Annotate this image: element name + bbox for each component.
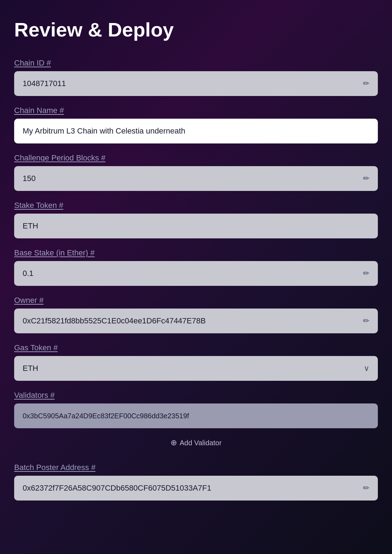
page-title: Review & Deploy (14, 18, 378, 41)
gas-token-label[interactable]: Gas Token # (14, 343, 58, 352)
gas-token-dropdown[interactable]: ETH ∨ (14, 356, 378, 381)
owner-section: Owner # 0xC21f5821fd8bb5525C1E0c04ee1D6F… (14, 296, 378, 333)
add-icon: ⊕ (171, 438, 177, 447)
chain-name-value: My Arbitrum L3 Chain with Celestia under… (23, 126, 369, 136)
validator-item: 0x3bC5905Aa7a24D9Ec83f2EF00Cc986dd3e2351… (14, 403, 378, 428)
chain-name-label[interactable]: Chain Name # (14, 106, 64, 115)
challenge-period-section: Challenge Period Blocks # 150 ✏ (14, 153, 378, 191)
batch-poster-section: Batch Poster Address # 0x62372f7F26A58C9… (14, 463, 378, 501)
stake-token-label[interactable]: Stake Token # (14, 201, 63, 210)
chain-id-label[interactable]: Chain ID # (14, 58, 51, 68)
challenge-period-value: 150 (23, 174, 357, 183)
chain-name-input: My Arbitrum L3 Chain with Celestia under… (14, 119, 378, 143)
validators-label[interactable]: Validators # (14, 391, 55, 400)
batch-poster-value: 0x62372f7F26A58C907CDb6580CF6075D51033A7… (23, 484, 357, 493)
chain-id-input: 1048717011 ✏ (14, 71, 378, 96)
batch-poster-edit-icon[interactable]: ✏ (363, 484, 369, 493)
base-stake-value: 0.1 (23, 269, 357, 278)
chain-id-section: Chain ID # 1048717011 ✏ (14, 58, 378, 96)
chain-id-value: 1048717011 (23, 79, 357, 88)
add-validator-label: Add Validator (180, 439, 222, 447)
validator-value: 0x3bC5905Aa7a24D9Ec83f2EF00Cc986dd3e2351… (23, 412, 189, 420)
base-stake-section: Base Stake (in Ether) # 0.1 ✏ (14, 248, 378, 286)
owner-edit-icon[interactable]: ✏ (363, 316, 369, 326)
batch-poster-label[interactable]: Batch Poster Address # (14, 463, 96, 472)
validators-section: Validators # 0x3bC5905Aa7a24D9Ec83f2EF00… (14, 391, 378, 453)
base-stake-edit-icon[interactable]: ✏ (363, 269, 369, 278)
stake-token-section: Stake Token # ETH (14, 201, 378, 238)
batch-poster-input: 0x62372f7F26A58C907CDb6580CF6075D51033A7… (14, 476, 378, 501)
add-validator-button[interactable]: ⊕ Add Validator (14, 433, 378, 453)
challenge-period-edit-icon[interactable]: ✏ (363, 174, 369, 183)
owner-input: 0xC21f5821fd8bb5525C1E0c04ee1D6Fc47447E7… (14, 309, 378, 333)
challenge-period-input: 150 ✏ (14, 166, 378, 191)
chain-name-section: Chain Name # My Arbitrum L3 Chain with C… (14, 106, 378, 143)
owner-value: 0xC21f5821fd8bb5525C1E0c04ee1D6Fc47447E7… (23, 316, 357, 326)
stake-token-value: ETH (23, 221, 369, 231)
stake-token-input: ETH (14, 214, 378, 238)
gas-token-section: Gas Token # ETH ∨ (14, 343, 378, 381)
chevron-down-icon: ∨ (364, 364, 369, 373)
owner-label[interactable]: Owner # (14, 296, 44, 305)
challenge-period-label[interactable]: Challenge Period Blocks # (14, 153, 105, 163)
base-stake-input: 0.1 ✏ (14, 261, 378, 286)
chain-id-edit-icon[interactable]: ✏ (363, 79, 369, 88)
gas-token-value: ETH (23, 364, 358, 373)
base-stake-label[interactable]: Base Stake (in Ether) # (14, 248, 94, 258)
